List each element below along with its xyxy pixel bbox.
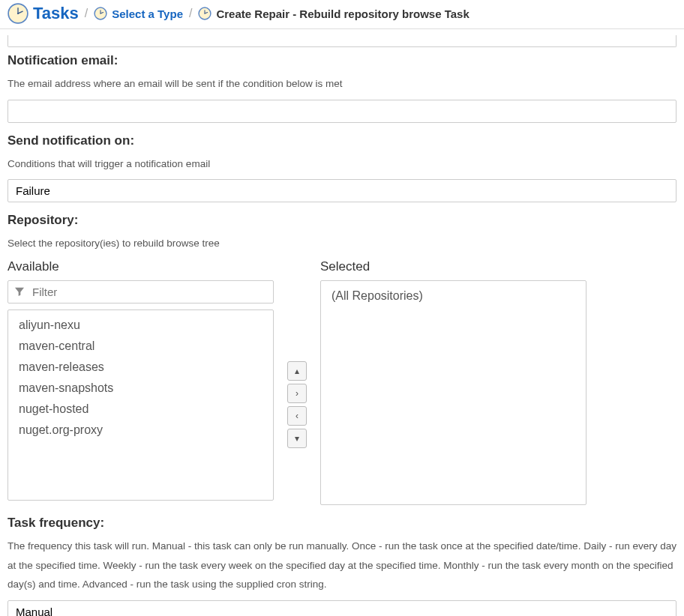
move-bottom-button[interactable]: ▾: [287, 429, 307, 448]
notification-email-section: Notification email: The email address wh…: [8, 53, 676, 123]
available-column: Available aliyun-nexu maven-central mave…: [8, 259, 274, 505]
notification-email-label: Notification email:: [8, 53, 676, 68]
svg-point-3: [17, 13, 19, 14]
task-frequency-label: Task frequency:: [8, 516, 676, 531]
chevron-left-icon: ‹: [296, 411, 298, 421]
filter-icon: [14, 286, 26, 298]
list-item[interactable]: nuget.org-proxy: [8, 420, 273, 441]
send-notification-section: Send notification on: Conditions that wi…: [8, 133, 676, 203]
transfer-controls: ▴ › ‹ ▾: [287, 259, 307, 505]
repository-help: Select the repository(ies) to rebuild br…: [8, 234, 676, 253]
clock-icon: [94, 7, 107, 20]
selected-listbox[interactable]: (All Repositories): [320, 280, 586, 505]
clock-icon: [8, 3, 28, 24]
repository-dual-list: Available aliyun-nexu maven-central mave…: [8, 259, 676, 505]
available-filter-input[interactable]: [8, 280, 274, 304]
list-item[interactable]: maven-snapshots: [8, 378, 273, 399]
available-title: Available: [8, 259, 274, 274]
list-item[interactable]: maven-central: [8, 336, 273, 357]
breadcrumb-separator: /: [85, 7, 88, 20]
list-item[interactable]: nuget-hosted: [8, 399, 273, 420]
selected-title: Selected: [320, 259, 586, 274]
breadcrumb-select-type-label: Select a Type: [112, 7, 183, 20]
task-frequency-select[interactable]: [8, 600, 676, 616]
task-frequency-section: Task frequency: The frequency this task …: [8, 516, 676, 616]
move-right-button[interactable]: ›: [287, 384, 307, 403]
list-item[interactable]: maven-releases: [8, 357, 273, 378]
move-top-button[interactable]: ▴: [287, 361, 307, 381]
chevron-up-icon: ▴: [295, 366, 299, 376]
breadcrumb-tasks-label: Tasks: [33, 4, 79, 23]
breadcrumb-tasks[interactable]: Tasks: [8, 3, 79, 24]
selected-column: Selected (All Repositories): [320, 259, 586, 505]
list-item[interactable]: aliyun-nexu: [8, 315, 273, 336]
move-left-button[interactable]: ‹: [287, 406, 307, 426]
notification-email-help: The email address where an email will be…: [8, 74, 676, 94]
notification-email-input[interactable]: [8, 100, 676, 123]
repository-label: Repository:: [8, 213, 676, 228]
breadcrumb-select-type[interactable]: Select a Type: [94, 7, 183, 20]
send-notification-help: Conditions that will trigger a notificat…: [8, 154, 676, 174]
breadcrumb-current: Create Repair - Rebuild repository brows…: [198, 7, 469, 20]
clock-icon: [198, 7, 212, 20]
send-notification-select[interactable]: [8, 179, 676, 202]
list-item[interactable]: (All Repositories): [321, 286, 586, 307]
available-listbox[interactable]: aliyun-nexu maven-central maven-releases…: [8, 309, 274, 501]
chevron-down-icon: ▾: [295, 433, 299, 444]
repository-section: Repository: Select the repository(ies) t…: [8, 213, 676, 505]
send-notification-label: Send notification on:: [8, 133, 676, 148]
breadcrumb: Tasks / Select a Type / Create Repair - …: [0, 0, 684, 29]
breadcrumb-current-label: Create Repair - Rebuild repository brows…: [216, 7, 469, 20]
chevron-right-icon: ›: [296, 388, 298, 399]
previous-field-truncated: [8, 35, 676, 47]
breadcrumb-separator: /: [189, 7, 192, 20]
task-frequency-help: The frequency this task will run. Manual…: [8, 537, 676, 594]
